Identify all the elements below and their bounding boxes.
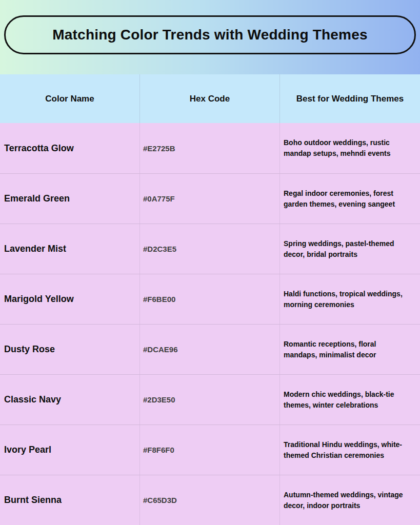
wedding-themes-line: Spring weddings, pastel-themed bbox=[284, 238, 418, 249]
wedding-themes-cell: Traditional Hindu weddings, white-themed… bbox=[280, 425, 420, 475]
table-row: Lavender Mist#D2C3E5Spring weddings, pas… bbox=[0, 224, 420, 274]
wedding-themes-line: themes, winter celebrations bbox=[284, 400, 418, 411]
color-name-cell: Burnt Sienna bbox=[0, 475, 140, 525]
title-pill: Matching Color Trends with Wedding Theme… bbox=[4, 15, 416, 54]
wedding-themes-line: themed Christian ceremonies bbox=[284, 450, 418, 461]
color-name-cell: Ivory Pearl bbox=[0, 425, 140, 475]
table-row: Dusty Rose#DCAE96Romantic receptions, fl… bbox=[0, 324, 420, 374]
wedding-themes-line: decor, bridal portraits bbox=[284, 249, 418, 260]
color-name-cell: Lavender Mist bbox=[0, 224, 140, 274]
hex-code-cell: #F8F6F0 bbox=[140, 425, 280, 475]
wedding-themes-line: mandaps, minimalist decor bbox=[284, 350, 418, 360]
page-title: Matching Color Trends with Wedding Theme… bbox=[52, 27, 367, 43]
wedding-themes-cell: Haldi functions, tropical weddings,morni… bbox=[280, 274, 420, 324]
wedding-themes-line: Autumn-themed weddings, vintage bbox=[284, 490, 418, 500]
hex-code-cell: #0A775F bbox=[140, 174, 280, 224]
table-row: Classic Navy#2D3E50Modern chic weddings,… bbox=[0, 374, 420, 425]
table-body: Terracotta Glow#E2725BBoho outdoor weddi… bbox=[0, 123, 420, 525]
hex-code-cell: #2D3E50 bbox=[140, 375, 280, 425]
hex-code-cell: #F6BE00 bbox=[140, 274, 280, 324]
wedding-themes-line: Regal indoor ceremonies, forest bbox=[284, 188, 418, 199]
wedding-themes-line: decor, indoor portraits bbox=[284, 500, 418, 511]
infographic-page: Matching Color Trends with Wedding Theme… bbox=[0, 0, 420, 525]
table-row: Ivory Pearl#F8F6F0Traditional Hindu wedd… bbox=[0, 425, 420, 475]
wedding-themes-line: Traditional Hindu weddings, white- bbox=[284, 439, 418, 450]
wedding-themes-line: Modern chic weddings, black-tie bbox=[284, 389, 418, 400]
wedding-themes-cell: Regal indoor ceremonies, forestgarden th… bbox=[280, 174, 420, 224]
table-row: Emerald Green#0A775FRegal indoor ceremon… bbox=[0, 173, 420, 224]
table-header-row: Color Name Hex Code Best for Wedding The… bbox=[0, 74, 420, 123]
wedding-themes-line: Romantic receptions, floral bbox=[284, 339, 418, 350]
wedding-themes-line: garden themes, evening sangeet bbox=[284, 199, 418, 210]
wedding-themes-line: Haldi functions, tropical weddings, bbox=[284, 289, 418, 299]
table-row: Marigold Yellow#F6BE00Haldi functions, t… bbox=[0, 274, 420, 324]
color-name-cell: Marigold Yellow bbox=[0, 274, 140, 324]
wedding-themes-cell: Romantic receptions, floralmandaps, mini… bbox=[280, 325, 420, 374]
banner: Matching Color Trends with Wedding Theme… bbox=[0, 0, 420, 74]
wedding-themes-cell: Modern chic weddings, black-tiethemes, w… bbox=[280, 375, 420, 425]
wedding-themes-line: Boho outdoor weddings, rustic bbox=[284, 137, 418, 148]
column-header-color-name: Color Name bbox=[0, 74, 140, 123]
hex-code-cell: #C65D3D bbox=[140, 475, 280, 525]
wedding-themes-cell: Boho outdoor weddings, rusticmandap setu… bbox=[280, 123, 420, 173]
wedding-themes-cell: Autumn-themed weddings, vintagedecor, in… bbox=[280, 475, 420, 525]
table-row: Burnt Sienna#C65D3DAutumn-themed wedding… bbox=[0, 475, 420, 525]
color-name-cell: Terracotta Glow bbox=[0, 123, 140, 173]
hex-code-cell: #D2C3E5 bbox=[140, 224, 280, 274]
color-name-cell: Classic Navy bbox=[0, 375, 140, 425]
wedding-themes-line: morning ceremonies bbox=[284, 299, 418, 310]
wedding-themes-line: mandap setups, mehndi events bbox=[284, 148, 418, 159]
color-name-cell: Emerald Green bbox=[0, 174, 140, 224]
wedding-themes-cell: Spring weddings, pastel-themeddecor, bri… bbox=[280, 224, 420, 274]
color-name-cell: Dusty Rose bbox=[0, 325, 140, 374]
column-header-wedding-themes: Best for Wedding Themes bbox=[280, 74, 420, 123]
hex-code-cell: #E2725B bbox=[140, 123, 280, 173]
hex-code-cell: #DCAE96 bbox=[140, 325, 280, 374]
table-row: Terracotta Glow#E2725BBoho outdoor weddi… bbox=[0, 123, 420, 173]
column-header-hex-code: Hex Code bbox=[140, 74, 280, 123]
